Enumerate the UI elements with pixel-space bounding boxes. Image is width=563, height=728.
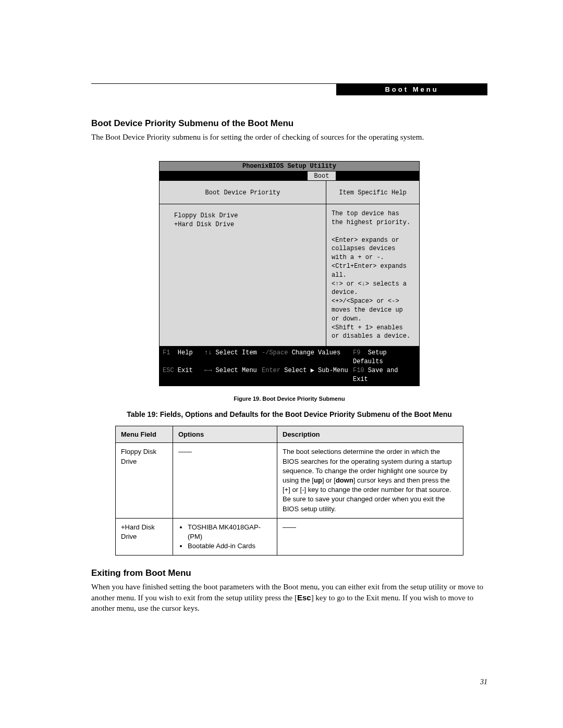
- bios-left-heading: Boot Device Priority: [160, 181, 326, 204]
- fields-table: Menu Field Options Description Floppy Di…: [115, 426, 463, 556]
- section-heading-1: Boot Device Priority Submenu of the Boot…: [91, 118, 487, 129]
- bios-key-space: -/Space: [262, 349, 288, 356]
- bios-device-item: Floppy Disk Drive: [174, 212, 326, 220]
- bios-body: Boot Device Priority Floppy Disk Drive +…: [160, 181, 419, 346]
- bios-action-change: Change Values: [292, 349, 341, 356]
- bios-title: PhoenixBIOS Setup Utility: [160, 162, 419, 171]
- bios-device-list: Floppy Disk Drive +Hard Disk Drive: [160, 204, 326, 324]
- key-up: up: [314, 476, 322, 484]
- bios-action-help: Help: [178, 349, 193, 356]
- bios-action-select-item: Select Item: [216, 349, 257, 356]
- bios-help-text: The top device has the highest priority.…: [326, 204, 419, 346]
- th-menu-field: Menu Field: [116, 426, 173, 443]
- cell-field: +Hard Disk Drive: [116, 518, 173, 556]
- cell-options: ——: [173, 443, 277, 518]
- header-bar: Boot Menu: [91, 83, 487, 95]
- table-title: Table 19: Fields, Options and Defaults f…: [91, 410, 487, 418]
- section-heading-2: Exiting from Boot Menu: [91, 568, 487, 578]
- cell-description: The boot selections determine the order …: [277, 443, 463, 518]
- section-1-text: The Boot Device Priority submenu is for …: [91, 132, 487, 142]
- bios-footer-row: F1 Help ↑↓ Select Item -/Space Change Va…: [163, 349, 416, 366]
- bios-tabbar: Boot: [160, 171, 419, 181]
- option-item: Bootable Add-in Cards: [188, 541, 272, 551]
- bios-key-esc: ESC: [163, 367, 174, 374]
- cell-description: ——: [277, 518, 463, 556]
- cell-options: TOSHIBA MK4018GAP-(PM) Bootable Add-in C…: [173, 518, 277, 556]
- bios-footer-row: ESC Exit ←→ Select Menu Enter Select ▶ S…: [163, 366, 416, 384]
- bios-key-updown: ↑↓: [204, 349, 212, 356]
- bios-device-item: +Hard Disk Drive: [174, 220, 326, 229]
- bios-footer: F1 Help ↑↓ Select Item -/Space Change Va…: [160, 346, 419, 386]
- bios-screenshot: PhoenixBIOS Setup Utility Boot Boot Devi…: [159, 161, 420, 386]
- desc-text: ] or [: [322, 476, 336, 484]
- table-row: Floppy Disk Drive —— The boot selections…: [116, 443, 463, 518]
- table-header-row: Menu Field Options Description: [116, 426, 463, 443]
- bios-action-select-menu: Select Menu: [216, 367, 257, 374]
- header-section-label: Boot Menu: [336, 83, 487, 95]
- th-options: Options: [173, 426, 277, 443]
- bios-action-submenu: Select ▶ Sub-Menu: [284, 367, 348, 374]
- table-row: +Hard Disk Drive TOSHIBA MK4018GAP-(PM) …: [116, 518, 463, 556]
- bios-help-heading: Item Specific Help: [326, 181, 419, 204]
- th-description: Description: [277, 426, 463, 443]
- key-down: down: [336, 476, 353, 484]
- section-2-text: When you have finished setting the boot …: [91, 582, 487, 613]
- bios-left-pane: Boot Device Priority Floppy Disk Drive +…: [160, 181, 326, 346]
- bios-right-pane: Item Specific Help The top device has th…: [326, 181, 419, 346]
- bios-key-f10: F10: [353, 367, 364, 374]
- page-number: 31: [480, 678, 487, 686]
- bios-tab-boot: Boot: [308, 171, 336, 180]
- bios-key-f9: F9: [353, 349, 360, 356]
- bios-tab-spacer: [160, 171, 308, 180]
- bios-key-f1: F1: [163, 349, 170, 356]
- key-esc: Esc: [297, 593, 311, 602]
- bios-tab-spacer-right: [336, 171, 419, 180]
- option-item: TOSHIBA MK4018GAP-(PM): [188, 523, 272, 541]
- bios-action-exit: Exit: [178, 367, 193, 374]
- bios-key-enter: Enter: [262, 367, 280, 374]
- figure-caption: Figure 19. Boot Device Priority Submenu: [91, 396, 487, 402]
- bios-key-leftright: ←→: [204, 367, 212, 374]
- cell-field: Floppy Disk Drive: [116, 443, 173, 518]
